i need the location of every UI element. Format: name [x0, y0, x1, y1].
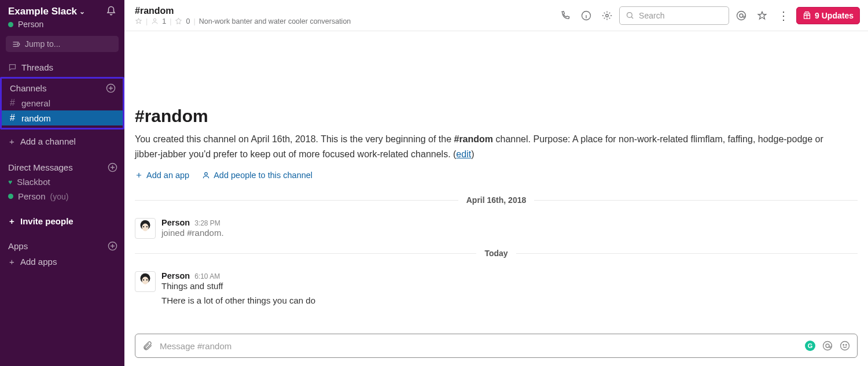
threads-label: Threads: [21, 62, 53, 72]
svg-point-7: [627, 13, 632, 18]
search-input[interactable]: Search: [619, 6, 729, 25]
plus-icon: +: [8, 257, 16, 267]
emoji-icon[interactable]: [840, 341, 850, 351]
jump-to-input[interactable]: Jump to...: [6, 36, 119, 52]
message-author[interactable]: Person: [161, 218, 190, 227]
phone-icon[interactable]: [560, 10, 571, 21]
channel-item-random[interactable]: # random: [2, 110, 123, 125]
message-time[interactable]: 6:10 AM: [194, 272, 220, 280]
person-icon[interactable]: [151, 17, 159, 25]
svg-point-19: [146, 279, 148, 280]
plus-icon: [135, 171, 143, 179]
message-list[interactable]: #random You created this channel on Apri…: [124, 31, 868, 330]
svg-point-18: [143, 279, 144, 280]
svg-point-22: [841, 342, 849, 350]
dm-label: Slackbot: [17, 177, 50, 187]
more-icon[interactable]: ⋮: [774, 9, 793, 23]
new-dm-icon[interactable]: [108, 162, 117, 172]
current-user-presence[interactable]: Person: [0, 20, 124, 35]
star-icon[interactable]: [757, 10, 767, 21]
star-icon[interactable]: [135, 17, 142, 25]
channel-topic[interactable]: Non-work banter and water cooler convers…: [199, 17, 351, 25]
hash-icon: #: [10, 98, 18, 108]
intro-title: #random: [135, 106, 858, 126]
message-author[interactable]: Person: [161, 271, 190, 280]
dm-heading: Direct Messages: [8, 162, 73, 172]
jump-to-placeholder: Jump to...: [25, 39, 60, 49]
threads-icon: [8, 63, 17, 72]
message-input[interactable]: [160, 341, 798, 351]
channels-header[interactable]: Channels: [2, 79, 123, 95]
add-people-link[interactable]: Add people to this channel: [202, 171, 312, 180]
channel-intro: #random You created this channel on Apri…: [135, 106, 858, 180]
channel-header: #random | 1 | 0 | Non-work banter and wa…: [124, 0, 868, 31]
invite-label: Invite people: [20, 216, 73, 226]
jump-icon: [12, 40, 20, 49]
message-item[interactable]: Person 6:10 AM Things and stuff THere is…: [135, 269, 858, 312]
add-apps-link[interactable]: + Add apps: [0, 253, 124, 270]
message-item[interactable]: Person 3:28 PM joined #random.: [135, 216, 858, 245]
gift-icon: [803, 11, 811, 20]
you-suffix: (you): [50, 192, 69, 201]
pin-icon[interactable]: [175, 17, 182, 25]
add-app-link[interactable]: Add an app: [135, 171, 189, 180]
add-app-icon[interactable]: [108, 241, 117, 251]
dm-header[interactable]: Direct Messages: [0, 158, 124, 175]
dm-slackbot[interactable]: ♥ Slackbot: [0, 175, 124, 189]
dm-self[interactable]: Person (you): [0, 189, 124, 204]
day-label: Today: [476, 249, 516, 258]
edit-purpose-link[interactable]: edit: [456, 149, 471, 159]
threads-link[interactable]: Threads: [0, 59, 124, 76]
bell-icon[interactable]: [106, 6, 116, 16]
channel-item-general[interactable]: # general: [2, 95, 123, 110]
channels-heading: Channels: [10, 83, 46, 93]
updates-button[interactable]: 9 Updates: [796, 7, 860, 24]
svg-point-14: [143, 226, 144, 227]
add-channel-link[interactable]: + Add a channel: [0, 133, 124, 150]
add-channel-label: Add a channel: [20, 136, 76, 146]
mention-icon[interactable]: [822, 341, 833, 351]
day-label: April 16th, 2018: [458, 195, 535, 205]
chevron-down-icon: ⌄: [79, 8, 85, 16]
dm-label: Person: [18, 191, 46, 201]
search-placeholder: Search: [639, 11, 664, 20]
message-text: Things and stuff: [161, 280, 315, 292]
member-count[interactable]: 1: [162, 17, 166, 25]
svg-point-0: [17, 43, 20, 45]
current-user-name: Person: [18, 20, 43, 29]
channels-section-highlight: Channels # general # random: [0, 77, 124, 130]
day-divider: April 16th, 2018: [135, 195, 858, 205]
info-icon[interactable]: [581, 10, 591, 21]
workspace-switcher[interactable]: Example Slack ⌄: [8, 6, 85, 17]
svg-point-17: [142, 277, 148, 284]
message-text: THere is a lot of other things you can d…: [161, 295, 315, 306]
add-apps-label: Add apps: [20, 257, 57, 267]
channel-title[interactable]: #random: [135, 6, 351, 16]
avatar[interactable]: [135, 218, 156, 239]
svg-point-13: [142, 224, 148, 231]
mentions-icon[interactable]: [736, 10, 746, 21]
plus-icon: +: [8, 136, 16, 146]
search-icon: [626, 11, 634, 20]
message-time[interactable]: 3:28 PM: [194, 219, 220, 227]
pin-count[interactable]: 0: [186, 17, 190, 25]
intro-description: You created this channel on April 16th, …: [135, 132, 841, 161]
avatar[interactable]: [135, 271, 156, 292]
grammarly-icon[interactable]: G: [805, 341, 815, 351]
main-pane: #random | 1 | 0 | Non-work banter and wa…: [124, 0, 868, 366]
svg-point-6: [606, 14, 609, 17]
heart-icon: ♥: [8, 178, 12, 186]
add-channel-icon[interactable]: [106, 83, 116, 93]
svg-point-9: [740, 14, 743, 17]
message-composer[interactable]: G: [135, 334, 858, 358]
paperclip-icon[interactable]: [142, 341, 153, 351]
message-text: joined #random.: [161, 227, 224, 239]
day-divider: Today: [135, 248, 858, 258]
gear-icon[interactable]: [602, 10, 612, 21]
presence-dot-icon: [8, 194, 13, 199]
apps-header[interactable]: Apps: [0, 236, 124, 253]
svg-point-15: [146, 226, 148, 227]
svg-point-4: [154, 19, 156, 21]
invite-people[interactable]: + Invite people: [0, 212, 124, 231]
sidebar: Example Slack ⌄ Person Jump to... Thread…: [0, 0, 124, 366]
